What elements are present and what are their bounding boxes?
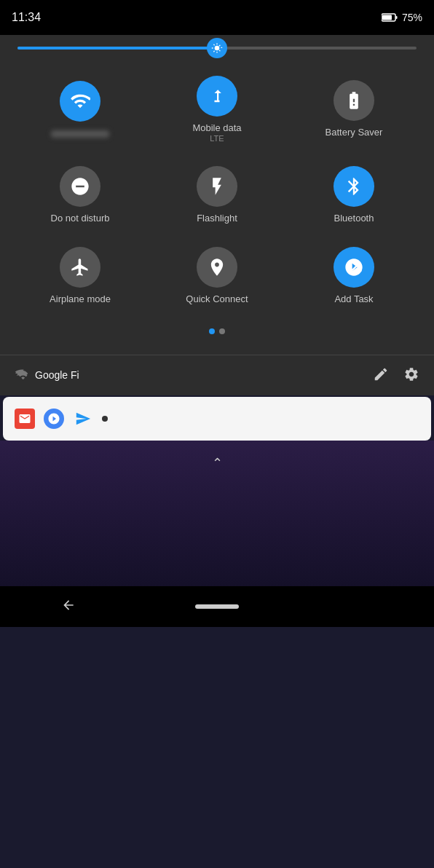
tile-flashlight[interactable]: Flashlight [151,157,283,233]
flashlight-icon [207,176,227,197]
quick-connect-icon-circle [197,247,237,288]
battery-icon [382,13,398,22]
wifi-icon [70,91,90,111]
bottom-bar: Google Fi [0,355,434,395]
add-task-label: Add Task [334,293,373,305]
battery-saver-icon-circle [334,80,374,121]
brightness-row[interactable] [15,47,419,50]
mobile-data-icon-circle [197,76,237,117]
mobile-data-icon [207,86,227,106]
status-time: 11:34 [12,11,41,24]
edit-icon [373,366,389,382]
tile-bluetooth[interactable]: Bluetooth [288,157,419,233]
mobile-data-label: Mobile data [192,122,241,134]
settings-button[interactable] [403,366,419,384]
signal-icon [15,366,29,384]
dnd-label: Do not disturb [51,213,110,224]
battery-saver-icon [344,90,364,111]
quick-connect-icon [207,257,227,277]
dnd-icon-circle [60,166,100,207]
airplane-icon-circle [60,247,100,288]
app-drawer-handle[interactable]: ⌃ [212,455,223,471]
airplane-icon [70,257,90,277]
battery-percent: 75% [402,12,422,23]
tile-quick-connect[interactable]: Quick Connect [151,238,283,314]
flashlight-label: Flashlight [197,213,237,224]
brightness-thumb[interactable] [207,38,227,58]
mobile-data-sublabel: LTE [210,134,224,143]
settings-icon [403,366,419,382]
wifi-label-blur [51,130,109,138]
tiles-grid: Mobile data LTE Battery Saver Do not dis… [15,67,419,314]
notif-dot [102,416,108,422]
gmail-icon [18,412,31,425]
notification-row[interactable] [3,397,431,441]
home-pill[interactable] [195,604,239,609]
svg-rect-2 [382,15,392,20]
send-notif-icon [73,409,93,429]
page-indicators [15,328,419,334]
airplane-label: Airplane mode [50,293,111,305]
app-drawer-area: ⌃ [0,441,434,586]
nav-bar [0,586,434,627]
tile-airplane[interactable]: Airplane mode [15,238,146,314]
quick-settings-panel: Mobile data LTE Battery Saver Do not dis… [0,35,434,355]
battery-saver-label: Battery Saver [326,127,383,138]
tile-add-task[interactable]: Add Task [288,238,419,314]
tile-mobile-data[interactable]: Mobile data LTE [151,67,283,151]
flashlight-icon-circle [197,166,237,207]
svg-rect-1 [395,16,397,19]
status-bar: 11:34 75% [0,0,434,35]
bluetooth-icon-circle [334,166,374,207]
bluetooth-label: Bluetooth [334,213,374,224]
tile-wifi[interactable] [15,67,146,151]
add-task-icon [344,257,364,277]
status-right: 75% [382,12,422,23]
back-icon [61,598,76,612]
tile-dnd[interactable]: Do not disturb [15,157,146,233]
tasks-notif-icon [44,409,64,429]
page-dot-1 [209,328,215,334]
add-task-icon-circle [334,247,374,288]
back-button[interactable] [58,595,79,618]
bottom-actions [373,366,419,384]
brightness-fill [17,47,217,50]
tasks-icon [47,412,60,425]
dnd-icon [70,176,90,197]
quick-connect-label: Quick Connect [186,293,248,305]
bluetooth-icon [344,176,364,197]
carrier-name: Google Fi [35,369,373,381]
brightness-slider[interactable] [17,47,417,50]
wifi-icon-circle [60,81,100,122]
edit-button[interactable] [373,366,389,384]
send-icon [75,411,91,427]
brightness-icon [211,42,223,54]
gmail-notif-icon [15,409,35,429]
tile-battery-saver[interactable]: Battery Saver [288,67,419,151]
page-dot-2 [219,328,225,334]
